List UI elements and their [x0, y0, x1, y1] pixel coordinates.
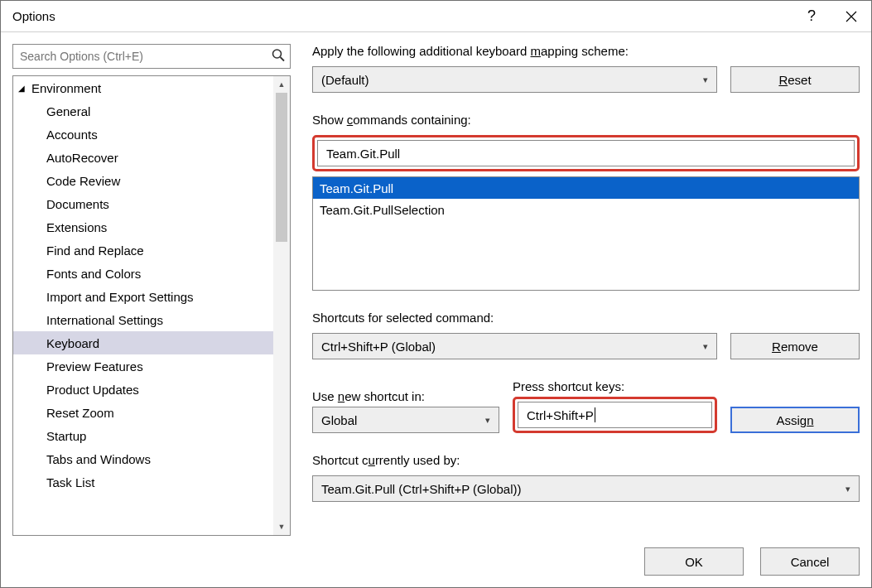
shortcuts-for-combo[interactable]: Ctrl+Shift+P (Global) ▾ [312, 333, 717, 359]
mapping-label: Apply the following additional keyboard … [312, 44, 860, 58]
press-keys-label: Press shortcut keys: [513, 379, 717, 393]
filter-value: Team.Git.Pull [326, 147, 400, 161]
tree-item-documents[interactable]: Documents [13, 192, 273, 215]
ok-button[interactable]: OK [644, 547, 744, 576]
tree-root-label: Environment [31, 81, 101, 95]
tree-item-fonts-and-colors[interactable]: Fonts and Colors [13, 262, 273, 285]
tree-item-accounts[interactable]: Accounts [13, 123, 273, 146]
shortcuts-for-value: Ctrl+Shift+P (Global) [321, 340, 436, 354]
titlebar: Options ? [1, 1, 871, 32]
mapping-scheme-combo[interactable]: (Default) ▾ [312, 66, 717, 93]
press-keys-textbox[interactable]: Ctrl+Shift+P [518, 402, 712, 428]
reset-button[interactable]: Reset [730, 66, 860, 93]
options-tree[interactable]: ◢ Environment GeneralAccountsAutoRecover… [12, 75, 291, 536]
tree-item-preview-features[interactable]: Preview Features [13, 354, 273, 378]
used-by-value: Team.Git.Pull (Ctrl+Shift+P (Global)) [321, 482, 521, 496]
options-dialog: Options ? ◢ Environment GeneralAccoun [0, 0, 872, 588]
text-cursor [595, 407, 595, 422]
window-title: Options [12, 9, 55, 23]
search-options[interactable] [12, 44, 291, 69]
search-input[interactable] [13, 45, 290, 68]
shortcuts-for-label: Shortcuts for selected command: [312, 311, 860, 325]
mapping-scheme-value: (Default) [321, 73, 369, 87]
assign-button[interactable]: Assign [730, 407, 860, 433]
press-keys-highlight: Ctrl+Shift+P [513, 397, 717, 433]
help-button[interactable]: ? [792, 1, 831, 32]
use-in-value: Global [321, 413, 357, 427]
close-button[interactable] [831, 1, 871, 32]
svg-point-0 [273, 50, 282, 58]
tree-item-tabs-and-windows[interactable]: Tabs and Windows [13, 447, 273, 470]
remove-button[interactable]: Remove [730, 333, 860, 359]
tree-item-import-and-export-settings[interactable]: Import and Export Settings [13, 285, 273, 308]
tree-item-task-list[interactable]: Task List [13, 470, 273, 494]
tree-item-code-review[interactable]: Code Review [13, 169, 273, 192]
cancel-button[interactable]: Cancel [760, 547, 860, 576]
command-item[interactable]: Team.Git.PullSelection [313, 199, 859, 220]
tree-item-international-settings[interactable]: International Settings [13, 308, 273, 331]
chevron-down-icon: ▾ [703, 75, 708, 85]
caret-down-icon: ◢ [18, 84, 28, 93]
filter-label: Show commands containing: [312, 113, 860, 127]
chevron-down-icon: ▾ [846, 484, 850, 494]
filter-textbox[interactable]: Team.Git.Pull [317, 140, 855, 166]
scroll-down-icon[interactable]: ▼ [273, 518, 290, 535]
tree-item-product-updates[interactable]: Product Updates [13, 378, 273, 401]
tree-item-find-and-replace[interactable]: Find and Replace [13, 239, 273, 262]
filter-highlight: Team.Git.Pull [312, 135, 860, 171]
chevron-down-icon: ▾ [485, 415, 490, 426]
tree-item-autorecover[interactable]: AutoRecover [13, 146, 273, 169]
used-by-label: Shortcut currently used by: [312, 453, 860, 467]
scroll-up-icon[interactable]: ▲ [273, 76, 290, 93]
chevron-down-icon: ▾ [703, 341, 708, 352]
commands-listbox[interactable]: Team.Git.PullTeam.Git.PullSelection [312, 176, 860, 291]
tree-item-startup[interactable]: Startup [13, 424, 273, 447]
tree-scrollbar[interactable]: ▲ ▼ [273, 76, 290, 535]
press-keys-value: Ctrl+Shift+P [527, 408, 594, 422]
use-in-combo[interactable]: Global ▾ [312, 407, 499, 433]
tree-item-general[interactable]: General [13, 99, 273, 123]
use-in-label: Use new shortcut in: [312, 389, 499, 403]
used-by-combo[interactable]: Team.Git.Pull (Ctrl+Shift+P (Global)) ▾ [312, 475, 860, 502]
tree-item-keyboard[interactable]: Keyboard [13, 331, 273, 354]
tree-item-reset-zoom[interactable]: Reset Zoom [13, 401, 273, 424]
tree-item-extensions[interactable]: Extensions [13, 215, 273, 239]
command-item[interactable]: Team.Git.Pull [313, 177, 859, 199]
search-icon [272, 49, 285, 65]
tree-root-environment[interactable]: ◢ Environment [13, 76, 273, 99]
scrollbar-thumb[interactable] [276, 93, 287, 242]
close-icon [846, 11, 857, 22]
dialog-footer: OK Cancel [1, 536, 871, 587]
